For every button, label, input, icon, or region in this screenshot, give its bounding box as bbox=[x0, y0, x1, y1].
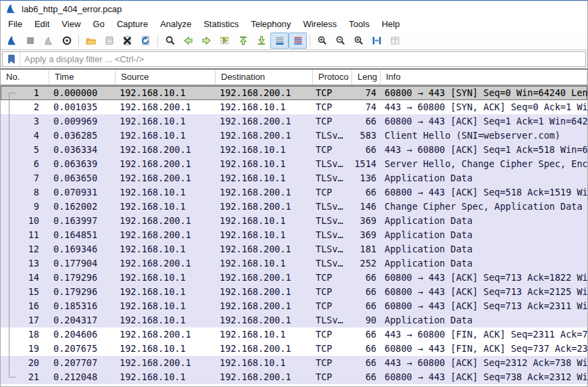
go-last-packet-button[interactable] bbox=[252, 32, 270, 49]
cell-time: 0.179296 bbox=[49, 285, 116, 299]
cell-time: 0.177904 bbox=[49, 256, 116, 271]
packet-row[interactable]: 160.185316192.168.10.1192.168.200.1TCP66… bbox=[1, 299, 587, 313]
cell-time: 0.212048 bbox=[49, 370, 116, 384]
cell-no: 7 bbox=[1, 171, 49, 185]
packet-list-panel: No. Time Source Destination Protoco Leng… bbox=[1, 68, 587, 386]
zoom-in-button[interactable] bbox=[313, 32, 331, 49]
reload-file-button[interactable] bbox=[137, 32, 155, 49]
menu-view[interactable]: View bbox=[55, 17, 87, 32]
cell-source: 192.168.200.1 bbox=[116, 100, 216, 114]
cell-length: 66 bbox=[352, 370, 381, 384]
zoom-out-button[interactable] bbox=[331, 32, 349, 49]
packet-row[interactable]: 50.036334192.168.200.1192.168.10.1TCP664… bbox=[1, 143, 587, 157]
cell-protocol: TCP bbox=[313, 356, 352, 370]
cell-info: 60800 → 443 [FIN, ACK] Seq=737 Ack=2312 … bbox=[381, 342, 587, 356]
packet-row[interactable]: 130.177904192.168.200.1192.168.10.1TLSv…… bbox=[1, 256, 587, 271]
zoom-100-button[interactable] bbox=[349, 32, 368, 49]
packet-row[interactable]: 170.204317192.168.10.1192.168.200.1TLSv…… bbox=[1, 313, 587, 327]
display-filter-bar bbox=[1, 50, 587, 68]
cell-no: 11 bbox=[1, 228, 49, 242]
related-packets-tick-top bbox=[9, 93, 16, 93]
menu-analyze[interactable]: Analyze bbox=[154, 17, 197, 32]
menu-edit[interactable]: Edit bbox=[28, 17, 55, 32]
menu-file[interactable]: File bbox=[2, 17, 28, 32]
packet-row[interactable]: 190.207675192.168.10.1192.168.200.1TCP66… bbox=[1, 342, 587, 356]
cell-source: 192.168.10.1 bbox=[116, 129, 216, 143]
menu-help[interactable]: Help bbox=[376, 17, 406, 32]
cell-no: 9 bbox=[1, 200, 49, 214]
cell-protocol: TCP bbox=[313, 271, 352, 285]
column-header-destination[interactable]: Destination bbox=[216, 70, 313, 85]
cell-time: 0.163997 bbox=[49, 214, 116, 228]
cell-no: 6 bbox=[1, 157, 49, 171]
packet-row[interactable]: 120.169346192.168.10.1192.168.200.1TLSv…… bbox=[1, 242, 587, 256]
cell-protocol: TLSv… bbox=[313, 200, 352, 214]
packet-row[interactable]: 10.000000192.168.10.1192.168.200.1TCP746… bbox=[1, 86, 587, 100]
cell-destination: 192.168.10.1 bbox=[216, 100, 313, 114]
filter-bookmark-icon[interactable] bbox=[3, 52, 20, 66]
packet-row[interactable]: 90.162002192.168.10.1192.168.200.1TLSv…1… bbox=[1, 200, 587, 214]
auto-scroll-toggle[interactable] bbox=[270, 32, 289, 49]
packet-row[interactable]: 30.009969192.168.10.1192.168.200.1TCP666… bbox=[1, 114, 587, 129]
packet-row[interactable]: 100.163997192.168.200.1192.168.10.1TLSv…… bbox=[1, 214, 587, 228]
menu-capture[interactable]: Capture bbox=[111, 17, 154, 32]
packet-row[interactable]: 60.063639192.168.200.1192.168.10.1TLSv…1… bbox=[1, 157, 587, 171]
menu-statistics[interactable]: Statistics bbox=[197, 17, 245, 32]
packet-row[interactable]: 140.179296192.168.10.1192.168.200.1TCP66… bbox=[1, 271, 587, 285]
cell-length: 66 bbox=[352, 327, 381, 342]
resize-columns-button[interactable] bbox=[368, 32, 386, 49]
column-header-length[interactable]: Leng bbox=[352, 70, 381, 85]
column-header-source[interactable]: Source bbox=[116, 70, 216, 85]
display-filter-input[interactable] bbox=[20, 52, 585, 66]
cell-time: 0.207675 bbox=[49, 342, 116, 356]
cell-source: 192.168.10.1 bbox=[116, 200, 216, 214]
menu-telephony[interactable]: Telephony bbox=[245, 17, 297, 32]
capture-options-button[interactable] bbox=[57, 32, 76, 49]
cell-protocol: TCP bbox=[313, 299, 352, 313]
packet-row[interactable]: 110.164851192.168.200.1192.168.10.1TLSv…… bbox=[1, 228, 587, 242]
cell-protocol: TLSv… bbox=[313, 242, 352, 256]
go-forward-button[interactable] bbox=[197, 32, 216, 49]
menu-go[interactable]: Go bbox=[87, 17, 110, 32]
menu-tools[interactable]: Tools bbox=[343, 17, 375, 32]
column-header-no[interactable]: No. bbox=[1, 70, 49, 85]
packet-row[interactable]: 150.179296192.168.10.1192.168.200.1TCP66… bbox=[1, 285, 587, 299]
cell-protocol: TLSv… bbox=[313, 157, 352, 171]
cell-destination: 192.168.200.1 bbox=[216, 370, 313, 384]
column-header-protocol[interactable]: Protoco bbox=[313, 70, 352, 85]
cell-source: 192.168.200.1 bbox=[116, 214, 216, 228]
cell-info: 60800 → 443 [ACK] Seq=738 Ack=2312 Win=6… bbox=[381, 370, 587, 384]
go-first-packet-button[interactable] bbox=[234, 32, 252, 49]
menu-wireless[interactable]: Wireless bbox=[297, 17, 343, 32]
cell-no: 4 bbox=[1, 129, 49, 143]
packet-row[interactable]: 210.212048192.168.10.1192.168.200.1TCP66… bbox=[1, 370, 587, 384]
column-header-time[interactable]: Time bbox=[49, 70, 116, 85]
display-filter-box bbox=[2, 51, 586, 67]
cell-source: 192.168.10.1 bbox=[116, 185, 216, 200]
cell-time: 0.162002 bbox=[49, 200, 116, 214]
start-capture-button[interactable] bbox=[3, 32, 21, 49]
cell-info: 443 → 60800 [ACK] Seq=2312 Ack=738 Win=6… bbox=[381, 356, 587, 370]
cell-length: 146 bbox=[352, 200, 381, 214]
column-header-info[interactable]: Info bbox=[381, 70, 587, 85]
packet-row[interactable]: 40.036285192.168.10.1192.168.200.1TLSv…5… bbox=[1, 129, 587, 143]
packet-row[interactable]: 20.001035192.168.200.1192.168.10.1TCP744… bbox=[1, 100, 587, 114]
close-file-button[interactable] bbox=[118, 32, 137, 49]
cell-info: 60800 → 443 [ACK] Seq=1 Ack=1 Win=64240 … bbox=[381, 114, 587, 129]
packet-row[interactable]: 180.204606192.168.200.1192.168.10.1TCP66… bbox=[1, 327, 587, 342]
cell-time: 0.169346 bbox=[49, 242, 116, 256]
cell-time: 0.001035 bbox=[49, 100, 116, 114]
colorize-packets-toggle[interactable] bbox=[289, 32, 307, 49]
packet-row[interactable]: 70.063650192.168.200.1192.168.10.1TLSv…1… bbox=[1, 171, 587, 185]
packet-row[interactable]: 200.207707192.168.200.1192.168.10.1TCP66… bbox=[1, 356, 587, 370]
cell-protocol: TCP bbox=[313, 100, 352, 114]
cell-length: 66 bbox=[352, 185, 381, 200]
find-packet-button[interactable] bbox=[161, 32, 179, 49]
go-back-button[interactable] bbox=[179, 32, 197, 49]
go-to-packet-button[interactable] bbox=[216, 32, 234, 49]
open-file-button[interactable] bbox=[82, 32, 100, 49]
cell-no: 19 bbox=[1, 342, 49, 356]
cell-destination: 192.168.200.1 bbox=[216, 185, 313, 200]
cell-destination: 192.168.200.1 bbox=[216, 313, 313, 327]
packet-row[interactable]: 80.070931192.168.10.1192.168.200.1TCP666… bbox=[1, 185, 587, 200]
